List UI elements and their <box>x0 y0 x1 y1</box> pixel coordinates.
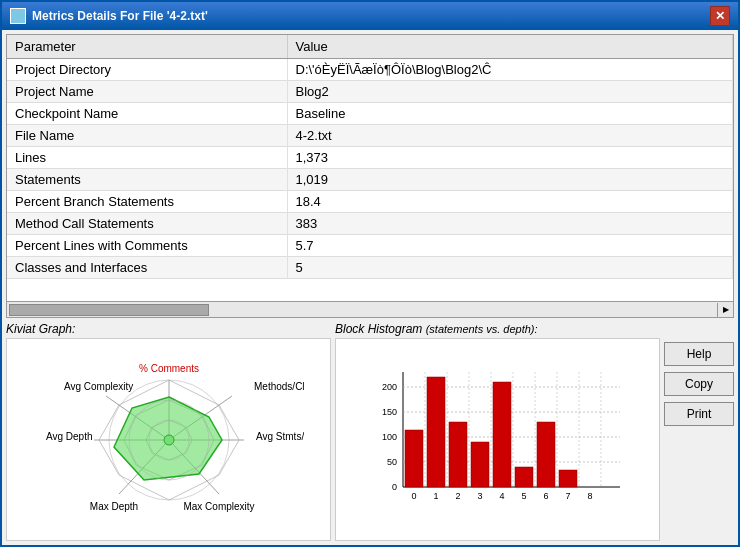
value-cell: 5 <box>287 257 733 279</box>
svg-text:1: 1 <box>433 491 438 501</box>
svg-text:Methods/Class: Methods/Class <box>254 381 304 392</box>
svg-text:% Comments: % Comments <box>138 363 198 374</box>
value-cell: 5.7 <box>287 235 733 257</box>
bottom-area: Kiviat Graph: % Comments Methods/Class A… <box>2 318 738 545</box>
svg-rect-54 <box>427 377 445 487</box>
svg-text:150: 150 <box>382 407 397 417</box>
histogram-section: Block Histogram (statements vs. depth): <box>335 322 660 541</box>
param-cell: Statements <box>7 169 287 191</box>
svg-text:50: 50 <box>387 457 397 467</box>
value-cell: 1,373 <box>287 147 733 169</box>
content-area: Parameter Value Project DirectoryD:\'óÈy… <box>2 30 738 545</box>
table-row: Project DirectoryD:\'óÈyËÏ\ÃæÏò¶ÔÏò\Blog… <box>7 59 733 81</box>
histogram-container: 0 50 100 150 200 0 1 2 3 4 5 6 <box>365 362 630 517</box>
svg-text:Avg Stmts/Method: Avg Stmts/Method <box>256 431 304 442</box>
window-title: Metrics Details For File '4-2.txt' <box>32 9 208 23</box>
table-row: Percent Lines with Comments5.7 <box>7 235 733 257</box>
value-cell: Baseline <box>287 103 733 125</box>
app-icon <box>10 8 26 24</box>
param-cell: Percent Branch Statements <box>7 191 287 213</box>
help-button[interactable]: Help <box>664 342 734 366</box>
histogram-svg: 0 50 100 150 200 0 1 2 3 4 5 6 <box>365 362 630 517</box>
print-button[interactable]: Print <box>664 402 734 426</box>
svg-text:Max Complexity: Max Complexity <box>183 501 254 512</box>
svg-text:Avg Depth: Avg Depth <box>46 431 93 442</box>
close-button[interactable]: ✕ <box>710 6 730 26</box>
param-cell: Project Name <box>7 81 287 103</box>
table-row: File Name4-2.txt <box>7 125 733 147</box>
table-row: Project NameBlog2 <box>7 81 733 103</box>
svg-text:7: 7 <box>565 491 570 501</box>
metrics-table-container: Parameter Value Project DirectoryD:\'óÈy… <box>6 34 734 302</box>
value-cell: 18.4 <box>287 191 733 213</box>
metrics-table: Parameter Value Project DirectoryD:\'óÈy… <box>7 35 733 279</box>
table-row: Statements1,019 <box>7 169 733 191</box>
svg-rect-53 <box>405 430 423 487</box>
param-header: Parameter <box>7 35 287 59</box>
value-cell: 383 <box>287 213 733 235</box>
svg-text:Max Depth: Max Depth <box>89 501 137 512</box>
histogram-box: 0 50 100 150 200 0 1 2 3 4 5 6 <box>335 338 660 541</box>
copy-button[interactable]: Copy <box>664 372 734 396</box>
kiviat-section: Kiviat Graph: % Comments Methods/Class A… <box>6 322 331 541</box>
horizontal-scrollbar[interactable]: ▶ <box>6 302 734 318</box>
svg-point-19 <box>164 435 174 445</box>
hscroll-right-arrow[interactable]: ▶ <box>717 303 733 317</box>
side-buttons: Help Copy Print <box>664 322 734 541</box>
svg-text:2: 2 <box>455 491 460 501</box>
svg-text:Avg Complexity: Avg Complexity <box>64 381 133 392</box>
kiviat-label: Kiviat Graph: <box>6 322 331 336</box>
svg-rect-60 <box>559 470 577 487</box>
param-cell: Method Call Statements <box>7 213 287 235</box>
kiviat-svg: % Comments Methods/Class Avg Stmts/Metho… <box>34 362 304 517</box>
svg-text:6: 6 <box>543 491 548 501</box>
kiviat-box: % Comments Methods/Class Avg Stmts/Metho… <box>6 338 331 541</box>
svg-rect-58 <box>515 467 533 487</box>
param-cell: Checkpoint Name <box>7 103 287 125</box>
param-cell: Classes and Interfaces <box>7 257 287 279</box>
value-cell: 4-2.txt <box>287 125 733 147</box>
table-row: Method Call Statements383 <box>7 213 733 235</box>
svg-text:0: 0 <box>392 482 397 492</box>
svg-text:3: 3 <box>477 491 482 501</box>
hscroll-thumb[interactable] <box>9 304 209 316</box>
param-cell: Project Directory <box>7 59 287 81</box>
kiviat-container: % Comments Methods/Class Avg Stmts/Metho… <box>34 362 304 517</box>
param-cell: Percent Lines with Comments <box>7 235 287 257</box>
svg-text:4: 4 <box>499 491 504 501</box>
svg-rect-55 <box>449 422 467 487</box>
value-cell: D:\'óÈyËÏ\ÃæÏò¶ÔÏò\Blog\Blog2\Ĉ <box>287 59 733 81</box>
value-cell: Blog2 <box>287 81 733 103</box>
svg-text:100: 100 <box>382 432 397 442</box>
svg-text:200: 200 <box>382 382 397 392</box>
svg-text:8: 8 <box>587 491 592 501</box>
table-row: Classes and Interfaces5 <box>7 257 733 279</box>
title-bar-left: Metrics Details For File '4-2.txt' <box>10 8 208 24</box>
svg-rect-57 <box>493 382 511 487</box>
svg-rect-59 <box>537 422 555 487</box>
table-scroll[interactable]: Parameter Value Project DirectoryD:\'óÈy… <box>7 35 733 301</box>
main-window: Metrics Details For File '4-2.txt' ✕ Par… <box>0 0 740 547</box>
histogram-label: Block Histogram (statements vs. depth): <box>335 322 660 336</box>
param-cell: Lines <box>7 147 287 169</box>
svg-text:0: 0 <box>411 491 416 501</box>
table-row: Percent Branch Statements18.4 <box>7 191 733 213</box>
title-bar: Metrics Details For File '4-2.txt' ✕ <box>2 2 738 30</box>
table-row: Checkpoint NameBaseline <box>7 103 733 125</box>
value-header: Value <box>287 35 733 59</box>
table-row: Lines1,373 <box>7 147 733 169</box>
svg-text:5: 5 <box>521 491 526 501</box>
svg-rect-56 <box>471 442 489 487</box>
value-cell: 1,019 <box>287 169 733 191</box>
table-header-row: Parameter Value <box>7 35 733 59</box>
param-cell: File Name <box>7 125 287 147</box>
